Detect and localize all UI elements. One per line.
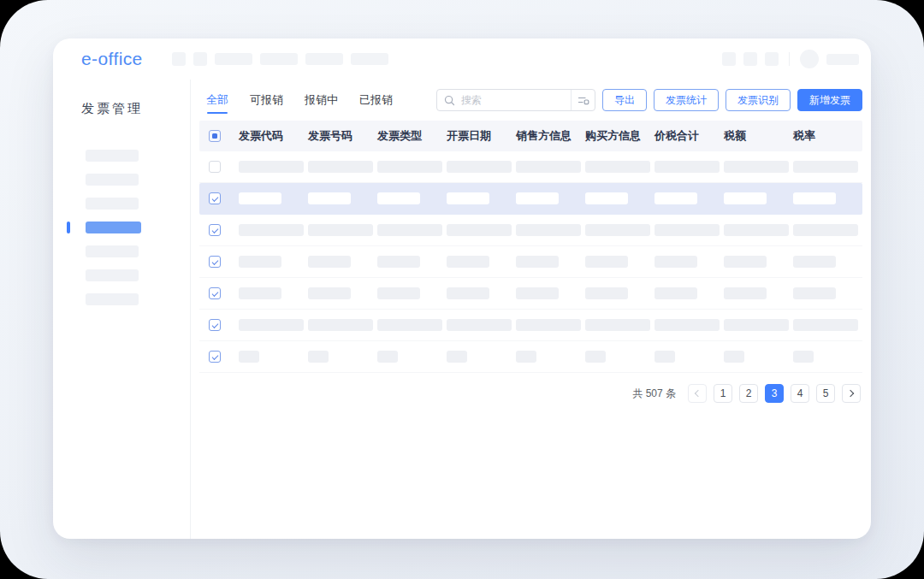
- nav-item-placeholder[interactable]: [215, 53, 252, 65]
- cell-placeholder: [724, 319, 793, 331]
- row-checkbox[interactable]: [209, 319, 221, 331]
- cell-skeleton: [447, 161, 512, 173]
- cell-placeholder: [516, 319, 585, 331]
- avatar[interactable]: [800, 50, 819, 68]
- table-row-3[interactable]: [199, 215, 862, 246]
- cell-skeleton: [724, 161, 789, 173]
- column-header: 发票号码: [308, 128, 377, 144]
- cell-placeholder: [377, 256, 447, 268]
- sidebar-item-placeholder: [86, 198, 139, 210]
- nav-item-placeholder[interactable]: [305, 53, 343, 65]
- cell-skeleton: [377, 224, 442, 236]
- column-header: 价税合计: [654, 128, 724, 144]
- page-button-5[interactable]: 5: [816, 384, 835, 403]
- next-page-button[interactable]: [842, 384, 861, 403]
- row-checkbox[interactable]: [209, 224, 221, 236]
- cell-skeleton: [516, 161, 581, 173]
- row-checkbox[interactable]: [209, 256, 221, 268]
- cell-placeholder: [724, 287, 793, 299]
- cell-placeholder: [585, 224, 654, 236]
- row-checkbox-cell: [199, 256, 239, 268]
- table-row-4[interactable]: [199, 246, 862, 278]
- invoice-table: 发票代码发票号码发票类型开票日期销售方信息购买方信息价税合计税额税率: [199, 121, 862, 373]
- sidebar-item-2[interactable]: [53, 168, 190, 192]
- cell-skeleton: [377, 192, 420, 204]
- table-row-7[interactable]: [199, 341, 862, 373]
- sidebar-item-1[interactable]: [53, 144, 190, 168]
- search-input[interactable]: [455, 94, 571, 106]
- cell-placeholder: [447, 192, 516, 204]
- table-row-1[interactable]: [199, 151, 862, 183]
- nav-item-placeholder[interactable]: [260, 53, 298, 65]
- cell-placeholder: [239, 224, 308, 236]
- sidebar-item-3[interactable]: [53, 192, 190, 216]
- cell-placeholder: [585, 287, 654, 299]
- page-buttons: 12345: [688, 384, 861, 403]
- action-button-2[interactable]: 发票统计: [654, 89, 719, 111]
- divider: [789, 52, 790, 66]
- cell-placeholder: [308, 319, 377, 331]
- cell-placeholder: [793, 161, 862, 173]
- action-button-4[interactable]: 新增发票: [797, 89, 862, 111]
- cell-skeleton: [308, 224, 373, 236]
- table-row-6[interactable]: [199, 310, 862, 341]
- row-checkbox-cell: [199, 351, 239, 363]
- cell-placeholder: [585, 351, 654, 363]
- cell-placeholder: [308, 256, 377, 268]
- row-checkbox[interactable]: [209, 192, 221, 204]
- cell-placeholder: [377, 287, 447, 299]
- cell-placeholder: [308, 161, 377, 173]
- cell-placeholder: [654, 256, 724, 268]
- row-checkbox[interactable]: [209, 161, 221, 173]
- sidebar-item-7[interactable]: [53, 287, 190, 311]
- page-button-3[interactable]: 3: [765, 384, 784, 403]
- sidebar-item-5[interactable]: [53, 239, 190, 263]
- tab-1[interactable]: 全部: [206, 87, 228, 113]
- cell-skeleton: [585, 192, 628, 204]
- table-row-2[interactable]: [199, 183, 862, 215]
- filter-icon[interactable]: [571, 90, 595, 110]
- select-all-checkbox[interactable]: [209, 130, 221, 142]
- table-row-5[interactable]: [199, 278, 862, 310]
- sidebar-item-4[interactable]: [53, 216, 190, 239]
- cell-placeholder: [724, 256, 793, 268]
- cell-skeleton: [447, 256, 489, 268]
- nav-icon-placeholder[interactable]: [172, 52, 186, 66]
- cell-placeholder: [447, 224, 516, 236]
- app-icon-2[interactable]: [743, 52, 757, 66]
- nav-icon-placeholder[interactable]: [193, 52, 207, 66]
- sidebar-item-placeholder: [86, 174, 139, 186]
- app-icon-3[interactable]: [765, 52, 779, 66]
- cell-placeholder: [724, 192, 793, 204]
- tab-3[interactable]: 报销中: [305, 87, 338, 113]
- sidebar-item-6[interactable]: [53, 263, 190, 287]
- row-checkbox-cell: [199, 161, 239, 173]
- action-button-3[interactable]: 发票识别: [726, 89, 791, 111]
- cell-placeholder: [239, 319, 308, 331]
- cell-skeleton: [239, 192, 281, 204]
- tab-4[interactable]: 已报销: [359, 87, 393, 113]
- cell-skeleton: [793, 224, 858, 236]
- cell-skeleton: [447, 319, 512, 331]
- cell-skeleton: [447, 351, 467, 363]
- app-icon-1[interactable]: [722, 52, 736, 66]
- column-header: 销售方信息: [516, 128, 585, 144]
- page-button-1[interactable]: 1: [714, 384, 732, 403]
- action-button-1[interactable]: 导出: [602, 89, 647, 111]
- chevron-right-icon: [847, 390, 854, 397]
- row-checkbox-cell: [199, 192, 239, 204]
- tab-2[interactable]: 可报销: [250, 87, 283, 113]
- row-checkbox[interactable]: [209, 351, 221, 363]
- cell-placeholder: [516, 351, 585, 363]
- chevron-left-icon: [695, 390, 702, 397]
- row-checkbox[interactable]: [209, 287, 221, 299]
- cell-placeholder: [308, 192, 377, 204]
- cell-skeleton: [654, 287, 697, 299]
- cell-placeholder: [308, 287, 377, 299]
- nav-item-placeholder[interactable]: [351, 53, 388, 65]
- page-button-2[interactable]: 2: [739, 384, 758, 403]
- cell-skeleton: [377, 256, 420, 268]
- cell-skeleton: [654, 192, 697, 204]
- page-button-4[interactable]: 4: [791, 384, 809, 403]
- sidebar-item-placeholder: [86, 269, 139, 281]
